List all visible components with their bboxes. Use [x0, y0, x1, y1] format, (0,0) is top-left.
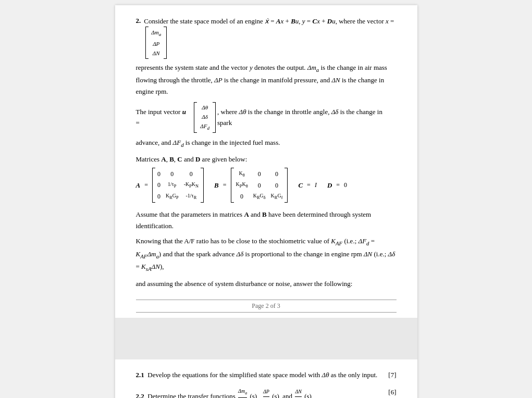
matrix-A: A = 0 0 0 0 1/τP -KPKN 0 KRGP -1/τR	[136, 168, 204, 203]
u-vector-desc: , where Δθ is the change in throttle ang…	[217, 107, 397, 129]
represents-text: represents the system state and the vect…	[136, 62, 397, 97]
sub-q-2-2-text: 2.2 Determine the transfer functions Δma…	[136, 387, 389, 398]
matrix-B: B = Kθ 0 0 KPKθ 0 0 0 KRGδ KRGf	[214, 168, 288, 203]
matrices-label: Matrices A, B, C and D are given below:	[136, 155, 397, 164]
page-number-text: Page 2 of 3	[252, 302, 280, 309]
question-intro: 2. Consider the state space model of an …	[136, 16, 397, 59]
intro-text: Consider the state space model of an eng…	[144, 16, 396, 59]
page-label: Page 2 of 3	[136, 300, 397, 313]
sub-question-2-1: 2.1 Develop the equations for the simpli…	[136, 370, 397, 381]
sub-q-2-2-marks: [6]	[388, 387, 396, 398]
question-number: 2.	[136, 16, 141, 27]
sub-q-2-1-marks: [7]	[388, 370, 396, 381]
assume-paragraph: Assume that the parameters in matrices A…	[136, 209, 397, 231]
sub-question-2-2: 2.2 Determine the transfer functions Δma…	[136, 387, 397, 398]
advance-text: advance, and ΔFd is change in the inject…	[136, 137, 397, 150]
matrix-C: C = I	[298, 181, 316, 190]
knowing-paragraph: Knowing that the A/F ratio has to be clo…	[136, 235, 397, 273]
matrices-row: A = 0 0 0 0 1/τP -KPKN 0 KRGP -1/τR	[136, 168, 397, 203]
input-vector-label: The input vector u =	[136, 107, 193, 129]
sub-questions: 2.1 Develop the equations for the simpli…	[136, 370, 397, 398]
sub-q-2-1-text: 2.1 Develop the equations for the simpli…	[136, 370, 389, 381]
input-vector-line: The input vector u = Δθ Δδ ΔFd , where Δ…	[136, 102, 397, 133]
page-container: 2. Consider the state space model of an …	[115, 5, 417, 398]
assuming-paragraph: and assuming the absence of system distu…	[136, 278, 397, 289]
divider-area	[115, 318, 417, 359]
matrix-D: D = 0	[327, 181, 347, 190]
